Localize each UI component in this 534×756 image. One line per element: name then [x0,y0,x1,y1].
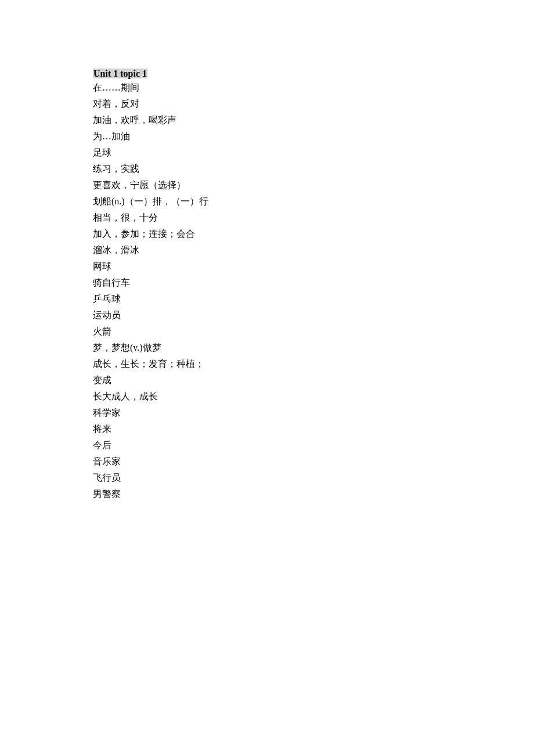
list-item: 将来 [93,422,534,436]
list-item: 成长，生长；发育；种植； [93,357,534,371]
list-item: 加入，参加；连接；会合 [93,227,534,241]
list-item: 火箭 [93,325,534,339]
list-item: 足球 [93,146,534,160]
list-item: 音乐家 [93,455,534,469]
list-item: 男警察 [93,487,534,501]
document-content: Unit 1 topic 1 在……期间 对着，反对 加油，欢呼，喝彩声 为…加… [93,67,534,501]
list-item: 加油，欢呼，喝彩声 [93,113,534,127]
list-item: 飞行员 [93,471,534,485]
list-item: 运动员 [93,308,534,322]
list-item: 划船(n.)（一）排，（一）行 [93,195,534,208]
list-item: 在……期间 [93,81,534,95]
list-item: 变成 [93,373,534,387]
list-item: 科学家 [93,406,534,420]
vocabulary-list: 在……期间 对着，反对 加油，欢呼，喝彩声 为…加油 足球 练习，实践 更喜欢，… [93,81,534,501]
list-item: 相当，很，十分 [93,211,534,225]
list-item: 网球 [93,260,534,273]
list-item: 梦，梦想(v.)做梦 [93,341,534,355]
list-item: 今后 [93,438,534,452]
list-item: 乒乓球 [93,292,534,306]
list-item: 溜冰，滑冰 [93,243,534,257]
list-item: 长大成人，成长 [93,390,534,404]
list-item: 更喜欢，宁愿（选择） [93,178,534,192]
list-item: 练习，实践 [93,162,534,176]
list-item: 骑自行车 [93,276,534,290]
list-item: 对着，反对 [93,97,534,111]
list-item: 为…加油 [93,129,534,143]
unit-heading: Unit 1 topic 1 [93,69,147,78]
